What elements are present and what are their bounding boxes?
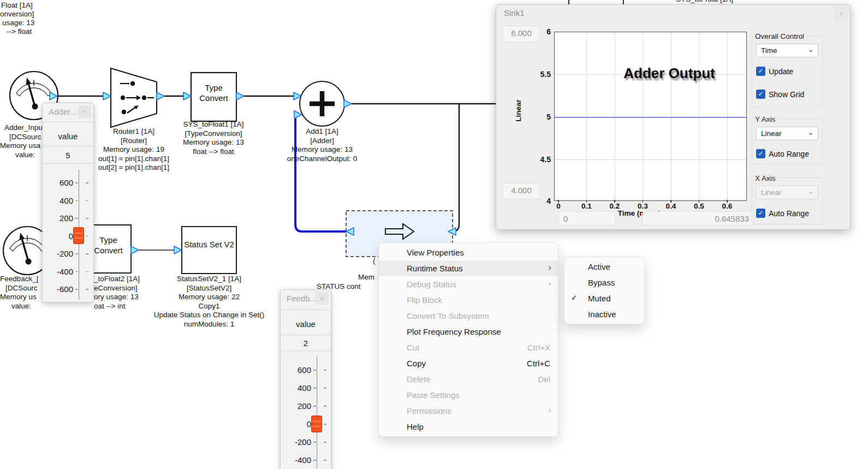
menu-item-delete: DeleteDel — [379, 371, 558, 387]
y-tick: 5 — [527, 112, 551, 121]
group-label: Overall Control — [753, 32, 806, 40]
submenu-item-muted[interactable]: ✓Muted — [564, 290, 644, 306]
slider-tick: -200 — [43, 249, 93, 258]
menu-item-cut: CutCtrl+X — [379, 340, 558, 355]
x-tick: 0 — [548, 202, 569, 210]
value-header: value — [281, 319, 331, 329]
runtime-status-submenu: Active Bypass ✓Muted Inactive — [564, 257, 645, 324]
show-grid-checkbox[interactable]: ✓ — [756, 90, 765, 99]
y-scale-dropdown[interactable]: Linear⌄ — [756, 127, 818, 140]
shortcut-label: Del — [538, 375, 550, 384]
x-max-readout: 0.645833 — [643, 211, 754, 225]
wire-adder-to-feedback-block[interactable] — [453, 104, 459, 231]
sink1-window[interactable]: Sink1 × 6.000 4.000 Linear Adder Output … — [496, 4, 851, 230]
submenu-item-bypass[interactable]: Bypass — [564, 275, 644, 290]
chevron-down-icon: ⌄ — [807, 185, 814, 198]
slider-tick: 600 — [43, 178, 93, 187]
adder-slider-panel[interactable]: Adder... × value 5 600 400 200 0 -200 -4… — [42, 103, 94, 302]
status-set-block[interactable] — [182, 227, 236, 274]
slider-tick: 200 — [43, 213, 93, 223]
slider-handle[interactable] — [73, 227, 84, 244]
slider-handle[interactable] — [311, 415, 322, 432]
output-pin[interactable] — [131, 246, 139, 254]
update-checkbox-label[interactable]: Update — [769, 67, 793, 76]
x-min-readout: 0 — [558, 211, 615, 225]
group-label: Y Axis — [753, 115, 777, 123]
x-tick: 0.6 — [716, 202, 738, 210]
slider-tick: -400 — [43, 267, 93, 276]
time-mode-dropdown[interactable]: Time⌄ — [756, 44, 818, 57]
show-grid-checkbox-label[interactable]: Show Grid — [769, 90, 804, 99]
slider-tick: -200 — [281, 437, 331, 447]
input-pin[interactable] — [174, 246, 182, 254]
feedback-slider-panel[interactable]: Feedb... × value 2 600 400 200 0 -200 -4… — [280, 289, 331, 469]
output-pin[interactable] — [236, 92, 244, 100]
panel-title[interactable]: Feedb... — [287, 294, 317, 303]
menu-item-permissions: Permissions› — [379, 403, 558, 419]
value-readout: 5 — [43, 151, 93, 160]
y-auto-range-checkbox[interactable]: ✓ — [756, 149, 765, 158]
y-axis-scale-label: Linear — [514, 93, 522, 128]
checkmark-icon: ✓ — [571, 293, 578, 302]
y-auto-range-label[interactable]: Auto Range — [769, 150, 809, 158]
panel-title[interactable]: Adder... — [49, 107, 77, 116]
group-label: X Axis — [753, 174, 778, 182]
output-pin[interactable] — [344, 100, 352, 108]
y-tick: 4.5 — [527, 155, 551, 164]
menu-item-plot-frequency-response[interactable]: Plot Frequency Response — [379, 324, 558, 340]
data-line-adder-output — [555, 117, 746, 118]
x-auto-range-label[interactable]: Auto Range — [769, 209, 809, 218]
menu-item-help[interactable]: Help — [379, 419, 558, 435]
wire-feedback-to-adder-blue[interactable] — [295, 115, 347, 231]
slider-tick: 0 — [281, 419, 331, 429]
chevron-down-icon: ⌄ — [807, 43, 814, 56]
value-header: value — [43, 132, 93, 141]
close-icon[interactable]: × — [316, 292, 329, 305]
shortcut-label: Ctrl+X — [527, 343, 550, 352]
plot-area: Adder Output — [554, 32, 747, 201]
type-convert1-label: Type Convert — [191, 82, 236, 103]
submenu-arrow-icon: › — [548, 405, 551, 415]
context-menu: View Properties Runtime Status› Debug St… — [378, 242, 558, 437]
input-pin[interactable] — [183, 92, 191, 100]
menu-item-copy[interactable]: CopyCtrl+C — [379, 355, 558, 371]
slider-tick: 600 — [281, 365, 331, 375]
submenu-item-active[interactable]: Active — [564, 259, 644, 275]
menu-item-runtime-status[interactable]: Runtime Status› — [379, 260, 558, 276]
slider-tick: 400 — [281, 383, 331, 393]
slider-tick: -400 — [281, 455, 331, 465]
y-tick: 5.5 — [527, 70, 551, 79]
submenu-arrow-icon: › — [548, 278, 551, 289]
shortcut-label: Ctrl+C — [527, 359, 550, 368]
chevron-down-icon: ⌄ — [807, 126, 814, 139]
close-icon[interactable]: × — [78, 105, 91, 118]
close-icon[interactable]: × — [834, 7, 848, 21]
block-diagram-canvas[interactable]: Float [1A] onversion] usage: 13 --> floa… — [0, 0, 868, 469]
x-scale-dropdown: Linear⌄ — [756, 186, 818, 199]
output-pin[interactable] — [157, 92, 164, 100]
value-readout: 2 — [281, 339, 331, 348]
submenu-item-inactive[interactable]: Inactive — [564, 306, 644, 322]
input-pin[interactable] — [103, 92, 111, 100]
menu-item-view-properties[interactable]: View Properties — [379, 245, 558, 260]
plot-title: Adder Output — [576, 65, 762, 82]
submenu-arrow-icon: › — [548, 262, 551, 273]
status-set-label: Status Set V2 — [182, 239, 236, 250]
slider-tick: 400 — [43, 196, 93, 205]
slider-tick: 0 — [43, 231, 93, 241]
slider-tick: 200 — [281, 401, 331, 411]
menu-item-paste-settings: Paste Settings — [379, 387, 558, 403]
slider-tick: -600 — [43, 284, 93, 294]
menu-item-convert-to-subsystem: Convert To Subsystem — [379, 308, 558, 324]
menu-item-flip-block: Flip Block — [379, 292, 558, 308]
menu-item-debug-status: Debug Status› — [379, 276, 558, 292]
window-title[interactable]: Sink1 — [504, 8, 525, 17]
y-tick: 6 — [527, 27, 551, 36]
x-auto-range-checkbox[interactable]: ✓ — [756, 209, 765, 218]
update-checkbox[interactable]: ✓ — [756, 67, 765, 76]
